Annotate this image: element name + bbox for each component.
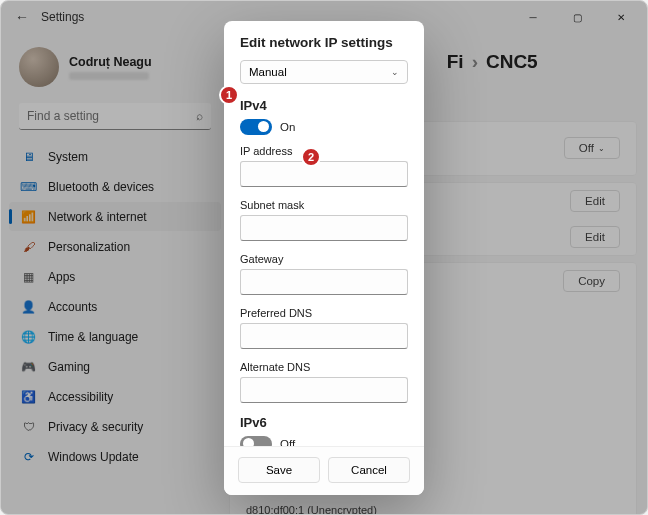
- pdns-label: Preferred DNS: [240, 307, 408, 319]
- ip-label: IP address: [240, 145, 408, 157]
- ipv6-toggle[interactable]: [240, 436, 272, 446]
- cancel-button[interactable]: Cancel: [328, 457, 410, 483]
- chevron-down-icon: ⌄: [391, 67, 399, 77]
- mode-select[interactable]: Manual ⌄: [240, 60, 408, 84]
- gateway-input[interactable]: [240, 269, 408, 295]
- annotation-badge-2: 2: [301, 147, 321, 167]
- annotation-badge-1: 1: [219, 85, 239, 105]
- pdns-input[interactable]: [240, 323, 408, 349]
- dialog-title: Edit network IP settings: [240, 35, 408, 50]
- ip-input[interactable]: [240, 161, 408, 187]
- ipv4-toggle[interactable]: [240, 119, 272, 135]
- mode-value: Manual: [249, 66, 287, 78]
- edit-ip-dialog: Edit network IP settings Manual ⌄ IPv4 O…: [224, 21, 424, 495]
- ipv6-toggle-label: Off: [280, 438, 295, 446]
- subnet-label: Subnet mask: [240, 199, 408, 211]
- save-button[interactable]: Save: [238, 457, 320, 483]
- ipv4-toggle-label: On: [280, 121, 295, 133]
- ipv6-heading: IPv6: [240, 415, 408, 430]
- gateway-label: Gateway: [240, 253, 408, 265]
- adns-label: Alternate DNS: [240, 361, 408, 373]
- modal-overlay: Edit network IP settings Manual ⌄ IPv4 O…: [1, 1, 647, 514]
- adns-input[interactable]: [240, 377, 408, 403]
- ipv4-heading: IPv4: [240, 98, 408, 113]
- subnet-input[interactable]: [240, 215, 408, 241]
